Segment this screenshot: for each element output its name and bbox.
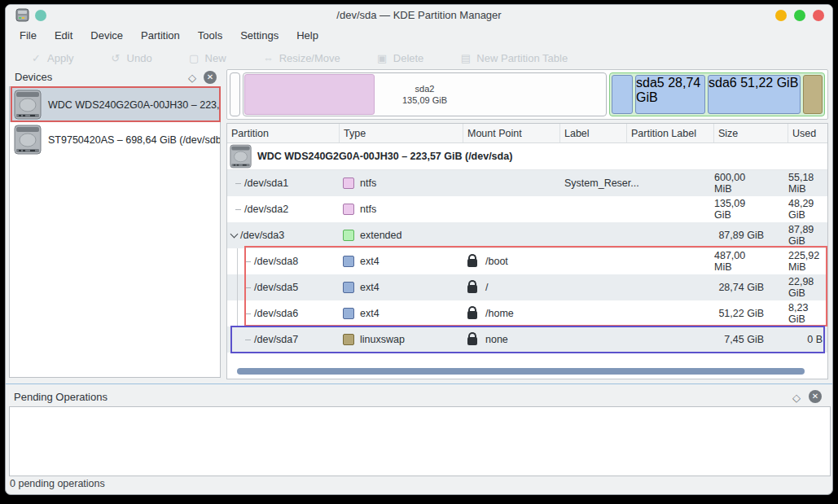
status-text: 0 pending operations — [10, 478, 105, 489]
fs-type: linuxswap — [360, 334, 405, 345]
col-partition-label[interactable]: Partition Label — [627, 124, 714, 142]
device-item-sda[interactable]: WDC WDS240G2G0A-00JH30 – 223,57 GiB (... — [10, 87, 220, 122]
new-partition-table-icon: ▤ — [459, 52, 472, 64]
tree-branch — [235, 209, 241, 210]
hdd-icon — [14, 90, 42, 120]
size-cell: 487,00 MiB — [714, 248, 788, 274]
expander-chevron-icon[interactable] — [230, 230, 239, 238]
menu-device[interactable]: Device — [81, 28, 132, 43]
pending-float-icon[interactable]: ◇ — [792, 392, 801, 404]
toolbar: ✓ Apply ↺ Undo ▢ New ⇔ Resize/Move ▣ Del… — [30, 47, 568, 68]
delete-label: Delete — [393, 52, 424, 64]
menu-settings[interactable]: Settings — [231, 28, 287, 43]
tree-branch — [245, 313, 251, 314]
table-row[interactable]: /dev/sda3 extended 87,89 GiB 87,89 GiB — [227, 222, 827, 248]
bar-block-sda7[interactable] — [803, 75, 823, 114]
partition-name: /dev/sda6 — [254, 308, 298, 319]
used-cell: 0 B — [788, 327, 827, 353]
tree-branch — [235, 183, 241, 184]
pending-operations-title: Pending Operations — [14, 391, 107, 403]
table-row[interactable]: /dev/sda5 ext4 / 28,74 GiB 22,98 GiB — [227, 274, 827, 300]
bar-block-sda1[interactable] — [230, 72, 240, 116]
partition-name: /dev/sda2 — [244, 204, 288, 215]
table-row[interactable]: /dev/sda2 ntfs 135,09 GiB 48,29 GiB — [227, 196, 827, 222]
undo-button[interactable]: ↺ Undo — [110, 52, 152, 64]
devices-panel-header: Devices ◇ ✕ — [7, 69, 222, 86]
size-cell: 87,89 GiB — [714, 222, 788, 248]
fs-type: ntfs — [360, 177, 376, 189]
tree-branch — [245, 287, 251, 288]
bar-size-sda2: 135,09 GiB — [402, 94, 447, 106]
col-partition[interactable]: Partition — [227, 124, 340, 142]
mount-point: /boot — [485, 256, 508, 267]
partition-name: /dev/sda8 — [254, 256, 298, 267]
menubar: File Edit Device Partition Tools Setting… — [11, 27, 327, 44]
close-button[interactable] — [813, 10, 824, 21]
col-label[interactable]: Label — [560, 124, 627, 142]
resize-move-button[interactable]: ⇔ Resize/Move — [262, 52, 340, 64]
fs-color-swatch — [343, 177, 354, 189]
tree-branch — [245, 340, 251, 340]
devices-panel-title: Devices — [15, 71, 52, 83]
menu-tools[interactable]: Tools — [189, 28, 231, 43]
lock-icon — [467, 311, 477, 319]
partition-name: /dev/sda5 — [254, 282, 298, 293]
fs-type: extended — [360, 230, 401, 241]
partition-name: /dev/sda7 — [254, 334, 298, 345]
menu-edit[interactable]: Edit — [46, 28, 81, 43]
menu-partition[interactable]: Partition — [132, 28, 189, 43]
col-used[interactable]: Used — [788, 124, 827, 142]
bar-block-sda8[interactable] — [612, 75, 633, 114]
table-row[interactable]: /dev/sda8 ext4 /boot 487,00 MiB 225,92 M… — [227, 248, 827, 274]
fs-color-swatch — [343, 282, 354, 293]
fs-type: ext4 — [360, 308, 380, 319]
statusbar: 0 pending operations — [6, 475, 832, 494]
apply-label: Apply — [47, 52, 74, 64]
pending-operations-panel: Pending Operations ◇ ✕ — [6, 383, 832, 476]
new-partition-table-label: New Partition Table — [476, 52, 568, 64]
size-cell: 51,22 GiB — [714, 300, 788, 327]
fs-color-swatch — [343, 204, 354, 215]
delete-button[interactable]: ▣ Delete — [376, 52, 424, 64]
apply-button[interactable]: ✓ Apply — [30, 52, 74, 64]
fs-color-swatch — [343, 308, 354, 319]
lock-icon — [467, 285, 477, 293]
maximize-button[interactable] — [794, 10, 805, 21]
col-mount-point[interactable]: Mount Point — [463, 124, 560, 142]
fs-color-swatch — [343, 256, 354, 267]
size-cell: 135,09 GiB — [714, 196, 788, 222]
bar-label-sda6: sda6 — [709, 76, 737, 90]
devices-panel: Devices ◇ ✕ WDC WDS240G2G0A-00JH30 – 223… — [7, 69, 222, 379]
col-size[interactable]: Size — [714, 124, 788, 142]
mount-point: / — [485, 282, 488, 293]
used-cell: 225,92 MiB — [788, 248, 827, 274]
new-button[interactable]: ▢ New — [188, 52, 226, 64]
devices-float-icon[interactable]: ◇ — [188, 72, 196, 84]
device-item-sdb[interactable]: ST9750420AS – 698,64 GiB (/dev/sdb) — [10, 122, 220, 157]
hdd-icon — [230, 144, 252, 169]
menu-file[interactable]: File — [11, 28, 46, 43]
lock-icon — [467, 259, 477, 267]
col-type[interactable]: Type — [340, 124, 463, 142]
undo-icon: ↺ — [110, 52, 122, 64]
pending-close-icon[interactable]: ✕ — [809, 390, 822, 403]
device-row[interactable]: WDC WDS240G2G0A-00JH30 – 223,57 GiB (/de… — [227, 143, 827, 170]
pending-operations-list[interactable] — [9, 406, 831, 476]
menu-help[interactable]: Help — [287, 28, 327, 43]
table-row[interactable]: /dev/sda7 linuxswap none 7,45 GiB 0 B — [227, 327, 827, 353]
horizontal-scrollbar[interactable] — [237, 368, 805, 375]
bar-block-sda6[interactable]: sda6 51,22 GiB — [708, 75, 801, 114]
devices-close-icon[interactable]: ✕ — [204, 71, 217, 84]
table-row[interactable]: /dev/sda1 ntfs System_Reser... 600,00 Mi… — [227, 170, 827, 196]
bar-block-sda2[interactable]: sda2 135,09 GiB — [243, 72, 607, 116]
fs-color-swatch — [343, 334, 354, 345]
minimize-button[interactable] — [775, 10, 787, 21]
new-partition-table-button[interactable]: ▤ New Partition Table — [459, 52, 568, 64]
partition-bar-panel: sda2 135,09 GiB sda5 28,74 GiB sda6 51,2… — [226, 69, 828, 120]
bar-label-sda5: sda5 — [636, 76, 665, 90]
table-row[interactable]: /dev/sda6 ext4 /home 51,22 GiB 8,23 GiB — [227, 300, 827, 327]
titlebar[interactable]: /dev/sda — KDE Partition Manager — [6, 5, 832, 26]
fs-type: ext4 — [360, 256, 380, 267]
bar-block-sda5[interactable]: sda5 28,74 GiB — [635, 75, 705, 114]
mount-point: none — [485, 334, 508, 345]
